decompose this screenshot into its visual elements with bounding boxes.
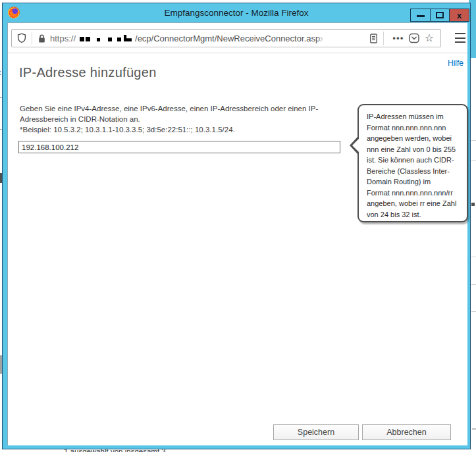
tooltip-text: IP-Adressen müssen im Format nnn.nnn.nnn…: [359, 105, 467, 220]
ip-address-input[interactable]: [18, 141, 340, 153]
url-bar[interactable]: https:// /ecp/ConnectorMgmt/NewReceiveCo…: [11, 29, 441, 47]
redacted-host-segment: [80, 37, 84, 41]
parent-row-line: [471, 140, 476, 141]
parent-row-line: [471, 160, 476, 161]
menu-bar: [455, 38, 465, 39]
maximize-button[interactable]: [430, 9, 450, 22]
screen: t 1 ausgewählt von insgesamt 3 Empfangsc…: [0, 0, 476, 452]
redacted-host-segment: [97, 38, 100, 41]
window-title: Empfangsconnector - Mozilla Firefox: [3, 3, 470, 22]
close-button[interactable]: x: [449, 9, 469, 22]
tracking-protection-shield-icon[interactable]: [17, 33, 26, 43]
minimize-icon: [417, 15, 425, 17]
redacted-host-segment: [124, 35, 132, 41]
redacted-host-segment: [108, 38, 112, 41]
menu-icon[interactable]: [453, 32, 467, 43]
window-body: https:// /ecp/ConnectorMgmt/NewReceiveCo…: [7, 22, 467, 445]
parent-row-line: [472, 428, 476, 430]
urlbar-actions: ••• ☆: [369, 32, 435, 45]
urlbar-divider: [32, 32, 32, 45]
parent-row-line: [471, 311, 476, 312]
url-path: /ecp/ConnectorMgmt/NewReceiveConnector.a…: [135, 34, 325, 43]
page-actions-icon[interactable]: •••: [393, 34, 404, 43]
parent-row-line: [471, 257, 476, 257]
lock-icon[interactable]: [38, 34, 46, 43]
menu-bar: [455, 33, 465, 34]
url-scheme: https://: [50, 34, 76, 43]
menu-bar: [455, 41, 465, 43]
redacted-host-segment: [86, 37, 90, 41]
minimize-button[interactable]: [410, 9, 431, 22]
bookmark-star-icon[interactable]: ☆: [425, 33, 434, 43]
redacted-host-blocks: [80, 35, 132, 41]
tooltip-arrow: [352, 138, 359, 153]
navigation-toolbar: https:// /ecp/ConnectorMgmt/NewReceiveCo…: [8, 23, 467, 53]
cancel-button[interactable]: Abbrechen: [362, 424, 451, 440]
instructions-text: Geben Sie eine IPv4-Adresse, eine IPv6-A…: [20, 103, 318, 135]
reader-mode-icon[interactable]: [369, 34, 378, 43]
parent-edge-text: t: [0, 68, 1, 76]
maximize-icon: [436, 12, 444, 18]
validation-tooltip: IP-Adressen müssen im Format nnn.nnn.nnn…: [357, 104, 468, 222]
pocket-icon[interactable]: [408, 32, 420, 44]
parent-row-mark: [471, 203, 475, 206]
dialog-content: Hilfe IP-Adresse hinzufügen Geben Sie ei…: [8, 53, 467, 445]
window-titlebar[interactable]: Empfangsconnector - Mozilla Firefox x: [3, 3, 470, 22]
firefox-window: Empfangsconnector - Mozilla Firefox x: [2, 3, 471, 449]
parent-row-line: [471, 284, 476, 285]
help-link[interactable]: Hilfe: [448, 59, 463, 68]
close-icon: x: [457, 11, 462, 20]
redacted-host-segment: [117, 38, 121, 41]
urlbar-divider: [383, 32, 384, 45]
save-button[interactable]: Speichern: [273, 424, 359, 440]
page-title: IP-Adresse hinzufügen: [19, 65, 157, 80]
